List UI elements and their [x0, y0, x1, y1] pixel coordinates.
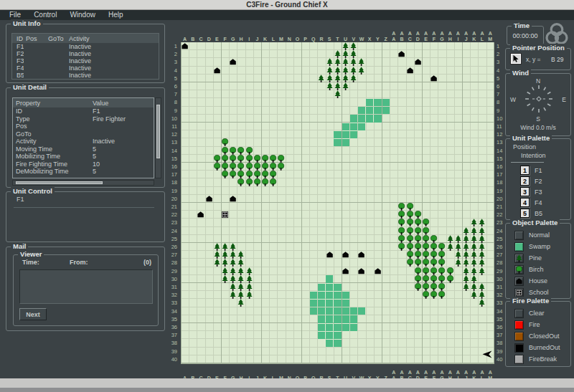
pine-icon[interactable]	[229, 243, 237, 251]
pine-icon[interactable]	[478, 243, 486, 251]
pine-icon[interactable]	[478, 291, 486, 299]
unit-detail-row[interactable]: DeMobilizing Time5	[13, 168, 154, 176]
swamp-cell[interactable]	[358, 115, 365, 122]
swamp-cell[interactable]	[350, 115, 357, 122]
pine-icon[interactable]	[357, 58, 365, 66]
birch-icon[interactable]	[414, 267, 422, 275]
swamp-cell[interactable]	[334, 332, 341, 339]
swamp-cell[interactable]	[318, 307, 325, 315]
pine-icon[interactable]	[229, 259, 237, 267]
birch-icon[interactable]	[397, 211, 405, 219]
unit-detail-row[interactable]: TypeFire Fighter	[13, 115, 154, 123]
unit-detail-row[interactable]: Moving Time5	[13, 145, 154, 153]
birch-icon[interactable]	[397, 203, 405, 211]
house-icon[interactable]	[181, 42, 189, 50]
swamp-cell[interactable]	[382, 107, 390, 114]
unit-info-row[interactable]: B5Inactive	[12, 72, 159, 79]
pine-icon[interactable]	[470, 291, 478, 299]
pine-icon[interactable]	[237, 251, 245, 259]
pine-icon[interactable]	[342, 50, 349, 58]
birch-icon[interactable]	[277, 163, 285, 171]
intention-option[interactable]: Intention	[521, 152, 546, 159]
pine-icon[interactable]	[462, 227, 470, 235]
birch-icon[interactable]	[430, 251, 438, 259]
swamp-cell[interactable]	[366, 115, 373, 122]
pine-icon[interactable]	[334, 82, 342, 90]
map-grid[interactable]	[181, 42, 494, 364]
birch-icon[interactable]	[221, 171, 229, 178]
swamp-cell[interactable]	[318, 284, 325, 291]
birch-icon[interactable]	[397, 219, 405, 226]
swamp-cell[interactable]	[310, 300, 317, 307]
pine-icon[interactable]	[470, 235, 478, 243]
birch-icon[interactable]	[430, 259, 438, 267]
swamp-cell[interactable]	[334, 292, 341, 299]
house-icon[interactable]	[197, 211, 204, 219]
pine-icon[interactable]	[245, 267, 253, 275]
pine-icon[interactable]	[245, 291, 253, 299]
pine-icon[interactable]	[462, 251, 470, 259]
pine-icon[interactable]	[229, 267, 237, 275]
house-icon[interactable]	[229, 58, 237, 66]
birch-icon[interactable]	[438, 275, 446, 283]
birch-icon[interactable]	[261, 178, 269, 186]
birch-icon[interactable]	[446, 267, 454, 275]
pine-icon[interactable]	[213, 243, 221, 251]
birch-icon[interactable]	[253, 155, 261, 163]
swamp-cell[interactable]	[350, 123, 357, 130]
birch-icon[interactable]	[422, 219, 430, 226]
pine-icon[interactable]	[462, 243, 470, 251]
birch-icon[interactable]	[414, 283, 422, 291]
pine-icon[interactable]	[245, 275, 253, 283]
birch-icon[interactable]	[269, 163, 277, 171]
swamp-cell[interactable]	[334, 300, 341, 307]
birch-icon[interactable]	[414, 227, 422, 235]
pine-icon[interactable]	[454, 251, 462, 259]
menu-control[interactable]: Control	[27, 10, 63, 20]
vertical-scrollbar-thumb[interactable]	[156, 105, 160, 158]
pine-icon[interactable]	[462, 259, 470, 267]
house-icon[interactable]	[229, 195, 237, 203]
swamp-cell[interactable]	[342, 300, 349, 307]
pine-icon[interactable]	[342, 42, 349, 50]
pine-icon[interactable]	[478, 283, 486, 291]
birch-icon[interactable]	[253, 163, 261, 171]
pine-icon[interactable]	[221, 267, 229, 275]
pine-icon[interactable]	[326, 82, 334, 90]
titlebar[interactable]: C3Fire - Ground Chief X	[0, 0, 574, 10]
pine-icon[interactable]	[326, 67, 334, 75]
swamp-cell[interactable]	[366, 107, 373, 114]
fire-palette-item-burnedout[interactable]: BurnedOut	[506, 342, 570, 353]
pine-icon[interactable]	[462, 275, 470, 283]
birch-icon[interactable]	[406, 251, 414, 259]
birch-icon[interactable]	[414, 235, 422, 243]
pine-icon[interactable]	[237, 291, 245, 299]
swamp-cell[interactable]	[358, 123, 365, 130]
birch-icon[interactable]	[438, 283, 446, 291]
swamp-cell[interactable]	[326, 300, 333, 307]
unit-detail-row[interactable]: IDF1	[13, 107, 154, 115]
swamp-cell[interactable]	[326, 340, 333, 347]
pine-icon[interactable]	[454, 259, 462, 267]
birch-icon[interactable]	[221, 163, 229, 171]
pine-icon[interactable]	[229, 275, 237, 283]
swamp-cell[interactable]	[326, 275, 333, 282]
birch-icon[interactable]	[414, 243, 422, 251]
birch-icon[interactable]	[406, 235, 414, 243]
birch-icon[interactable]	[397, 235, 405, 243]
next-button[interactable]: Next	[19, 308, 47, 320]
pine-icon[interactable]	[317, 75, 325, 82]
house-icon[interactable]	[205, 195, 213, 203]
birch-icon[interactable]	[422, 291, 430, 299]
menu-help[interactable]: Help	[102, 10, 130, 20]
swamp-cell[interactable]	[342, 123, 349, 130]
fire-palette-item-closedout[interactable]: ClosedOut	[506, 330, 570, 342]
birch-icon[interactable]	[422, 227, 430, 235]
birch-icon[interactable]	[261, 171, 269, 178]
pine-icon[interactable]	[237, 259, 245, 267]
swamp-cell[interactable]	[342, 131, 349, 138]
birch-icon[interactable]	[229, 147, 237, 155]
position-option[interactable]: Position	[513, 143, 536, 150]
birch-icon[interactable]	[397, 227, 405, 235]
menu-window[interactable]: Window	[63, 10, 102, 20]
